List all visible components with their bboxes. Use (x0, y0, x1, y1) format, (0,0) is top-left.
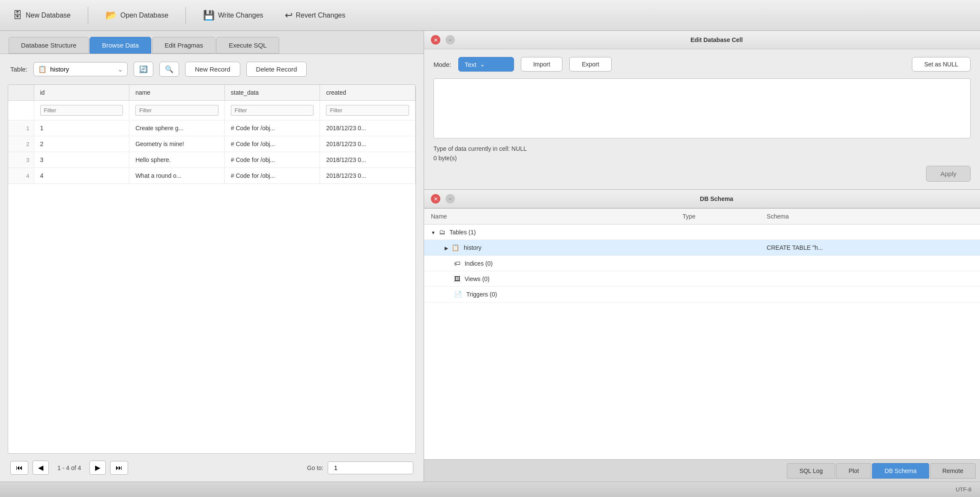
row-id-cell[interactable]: 1 (34, 120, 129, 136)
db-schema-panel-header: ✕ − DB Schema (424, 190, 980, 208)
db-schema-minimize-button[interactable]: − (445, 194, 455, 204)
row-created-cell[interactable]: 2018/12/23 0... (320, 168, 415, 184)
set-null-button[interactable]: Set as NULL (912, 57, 971, 72)
filter-id-input[interactable] (40, 105, 123, 116)
schema-row[interactable]: 🖼 Views (0) (424, 271, 980, 287)
row-num-cell: 4 (8, 168, 34, 184)
import-button[interactable]: Import (521, 57, 563, 72)
open-database-button[interactable]: 📂 Open Database (101, 7, 173, 24)
schema-name-cell[interactable]: 🖼 Views (0) (424, 271, 676, 287)
new-database-icon: 🗄 (13, 10, 22, 21)
row-id-cell[interactable]: 4 (34, 168, 129, 184)
open-database-icon: 📂 (105, 10, 117, 21)
schema-header-row: Name Type Schema (424, 209, 980, 225)
goto-label: Go to: (307, 464, 323, 471)
schema-content: Name Type Schema ▼ 🗂 Tables (1) ▶ 📋 (424, 208, 980, 459)
toolbar-divider-2 (185, 7, 186, 24)
schema-table: Name Type Schema ▼ 🗂 Tables (1) ▶ 📋 (424, 209, 980, 302)
edit-cell-close-button[interactable]: ✕ (431, 35, 440, 45)
tab-db-schema[interactable]: DB Schema (872, 463, 929, 479)
table-row[interactable]: 2 2 Geometry is mine! # Code for /obj...… (8, 136, 415, 152)
tab-execute-sql[interactable]: Execute SQL (216, 37, 279, 54)
table-selector[interactable]: 📋 history ⌄ (33, 62, 128, 76)
schema-row[interactable]: ▶ 📋 history CREATE TABLE "h... (424, 240, 980, 256)
schema-schema-cell (760, 271, 980, 287)
schema-row[interactable]: 📄 Triggers (0) (424, 287, 980, 302)
mode-select[interactable]: Text ⌄ (458, 57, 514, 72)
mode-dropdown-arrow: ⌄ (480, 60, 485, 68)
tab-sql-log[interactable]: SQL Log (787, 463, 835, 479)
row-state-cell[interactable]: # Code for /obj... (224, 168, 320, 184)
tab-remote[interactable]: Remote (930, 463, 976, 479)
filter-name-cell (129, 101, 225, 120)
tab-plot[interactable]: Plot (836, 463, 871, 479)
mode-label: Mode: (433, 61, 451, 68)
db-schema-panel: ✕ − DB Schema Name Type Schema ▼ (424, 190, 980, 482)
delete-record-button[interactable]: Delete Record (246, 62, 307, 77)
prev-page-button[interactable]: ◀ (33, 461, 49, 475)
row-created-cell[interactable]: 2018/12/23 0... (320, 120, 415, 136)
row-state-cell[interactable]: # Code for /obj... (224, 152, 320, 168)
col-header-created[interactable]: created (320, 85, 415, 101)
schema-name-cell[interactable]: ▶ 📋 history (424, 240, 676, 256)
export-button[interactable]: Export (569, 57, 611, 72)
schema-name-cell[interactable]: 🏷 Indices (0) (424, 256, 676, 271)
col-header-state-data[interactable]: state_data (224, 85, 320, 101)
row-id-cell[interactable]: 2 (34, 136, 129, 152)
row-created-cell[interactable]: 2018/12/23 0... (320, 136, 415, 152)
tab-bar: Database Structure Browse Data Edit Prag… (0, 31, 424, 54)
filter-name-input[interactable] (135, 105, 218, 116)
page-info: 1 - 4 of 4 (57, 464, 81, 471)
table-body: 1 1 Create sphere g... # Code for /obj..… (8, 120, 415, 184)
schema-row[interactable]: 🏷 Indices (0) (424, 256, 980, 271)
schema-type-cell (676, 225, 760, 240)
filter-state-input[interactable] (231, 105, 314, 116)
row-name-cell[interactable]: What a round o... (129, 168, 225, 184)
filter-created-input[interactable] (326, 105, 409, 116)
schema-row[interactable]: ▼ 🗂 Tables (1) (424, 225, 980, 240)
main-layout: Database Structure Browse Data Edit Prag… (0, 31, 980, 482)
first-page-button[interactable]: ⏮ (10, 461, 28, 475)
row-state-cell[interactable]: # Code for /obj... (224, 136, 320, 152)
edit-cell-minimize-button[interactable]: − (445, 35, 455, 45)
filter-created-cell (320, 101, 415, 120)
next-page-button[interactable]: ▶ (90, 461, 106, 475)
row-state-cell[interactable]: # Code for /obj... (224, 120, 320, 136)
last-page-button[interactable]: ⏭ (110, 461, 128, 475)
col-header-id[interactable]: id (34, 85, 129, 101)
row-name-cell[interactable]: Create sphere g... (129, 120, 225, 136)
filter-id-cell (34, 101, 129, 120)
schema-name-cell[interactable]: 📄 Triggers (0) (424, 287, 676, 302)
write-changes-icon: 💾 (203, 10, 215, 21)
revert-changes-icon: ↩ (285, 10, 293, 21)
apply-button[interactable]: Apply (926, 166, 971, 182)
schema-name-cell[interactable]: ▼ 🗂 Tables (1) (424, 225, 676, 240)
revert-changes-button[interactable]: ↩ Revert Changes (281, 7, 350, 24)
tab-edit-pragmas[interactable]: Edit Pragmas (152, 37, 215, 54)
table-name: history (50, 66, 69, 73)
table-row[interactable]: 1 1 Create sphere g... # Code for /obj..… (8, 120, 415, 136)
row-name-cell[interactable]: Hello sphere. (129, 152, 225, 168)
new-record-button[interactable]: New Record (185, 62, 240, 77)
open-database-label: Open Database (120, 12, 168, 19)
schema-schema-cell (760, 287, 980, 302)
refresh-button[interactable]: 🔄 (134, 62, 153, 77)
goto-input[interactable] (328, 461, 413, 474)
row-name-cell[interactable]: Geometry is mine! (129, 136, 225, 152)
schema-schema-cell (760, 256, 980, 271)
schema-type-cell (676, 287, 760, 302)
col-header-name[interactable]: name (129, 85, 225, 101)
tab-database-structure[interactable]: Database Structure (9, 37, 89, 54)
cell-editor[interactable] (433, 78, 971, 138)
tab-browse-data[interactable]: Browse Data (90, 37, 151, 54)
row-created-cell[interactable]: 2018/12/23 0... (320, 152, 415, 168)
row-id-cell[interactable]: 3 (34, 152, 129, 168)
edit-cell-content: Mode: Text ⌄ Import Export Set as NULL T… (424, 49, 980, 189)
new-database-button[interactable]: 🗄 New Database (9, 7, 75, 24)
write-changes-button[interactable]: 💾 Write Changes (199, 7, 268, 24)
filter-button[interactable]: 🔍 (159, 62, 179, 77)
table-row[interactable]: 3 3 Hello sphere. # Code for /obj... 201… (8, 152, 415, 168)
schema-col-name: Name (424, 209, 676, 225)
db-schema-close-button[interactable]: ✕ (431, 194, 440, 204)
table-row[interactable]: 4 4 What a round o... # Code for /obj...… (8, 168, 415, 184)
